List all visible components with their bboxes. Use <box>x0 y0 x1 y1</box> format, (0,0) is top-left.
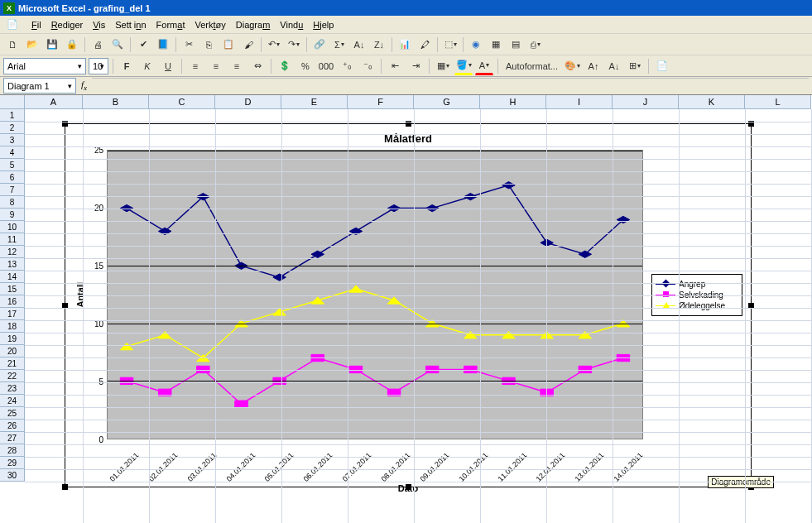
row-header[interactable]: 14 <box>0 271 25 283</box>
formula-input[interactable] <box>92 78 809 94</box>
redo-icon[interactable]: ↷ <box>285 36 303 54</box>
fill-color-icon[interactable]: 🪣 <box>454 57 473 75</box>
column-header[interactable]: B <box>83 95 149 109</box>
chart-wizard-icon[interactable]: 📊 <box>396 36 414 54</box>
help-icon[interactable]: ◉ <box>467 36 485 54</box>
row-header[interactable]: 6 <box>0 171 25 184</box>
row-header[interactable]: 17 <box>0 308 25 320</box>
cut-icon[interactable]: ✂ <box>180 36 198 54</box>
decrease-font-icon[interactable]: A↓ <box>605 57 623 75</box>
borders-icon[interactable]: ▦ <box>434 57 452 75</box>
row-header[interactable]: 21 <box>0 357 25 370</box>
spreadsheet-grid[interactable]: ABCDEFGHIJKL 123456789101112131415161718… <box>0 95 812 523</box>
percent-icon[interactable]: % <box>296 57 315 75</box>
chart-legend[interactable]: AngrepSelvskadingØdeleggelse <box>651 274 742 316</box>
row-header[interactable]: 24 <box>0 395 25 407</box>
column-header[interactable]: L <box>745 95 811 109</box>
italic-icon[interactable]: K <box>138 57 156 75</box>
row-header[interactable]: 2 <box>0 122 25 134</box>
column-header[interactable]: D <box>215 95 281 109</box>
misc2-icon[interactable]: ▤ <box>507 36 525 54</box>
column-header[interactable]: C <box>149 95 215 109</box>
row-header[interactable]: 16 <box>0 295 25 308</box>
column-header[interactable]: J <box>613 95 679 109</box>
menu-hjelp[interactable]: Hjelp <box>313 20 334 30</box>
autosum-icon[interactable]: Σ <box>330 36 348 54</box>
menu-vis[interactable]: Vis <box>93 20 105 30</box>
format-painter-icon[interactable]: 🖌 <box>239 36 257 54</box>
sort-asc-icon[interactable]: A↓ <box>350 36 368 54</box>
save-icon[interactable]: 💾 <box>43 36 61 54</box>
column-header[interactable]: I <box>546 95 613 109</box>
menu-diagram[interactable]: Diagram <box>236 20 271 30</box>
currency-icon[interactable]: 💲 <box>276 57 294 75</box>
decrease-indent-icon[interactable]: ⇤ <box>386 57 404 75</box>
row-header[interactable]: 27 <box>0 432 25 444</box>
row-header[interactable]: 9 <box>0 209 25 221</box>
underline-icon[interactable]: U <box>159 57 177 75</box>
column-header[interactable]: H <box>480 95 546 109</box>
decrease-decimal-icon[interactable]: ⁻₀ <box>358 57 377 75</box>
print-preview-icon[interactable]: 🔍 <box>108 36 127 54</box>
merge-center-icon[interactable]: ⇔ <box>248 57 267 75</box>
system-menu-icon[interactable]: 📄 <box>3 16 22 34</box>
comma-icon[interactable]: 000 <box>317 57 335 75</box>
plot-area[interactable] <box>107 150 643 439</box>
row-header[interactable]: 29 <box>0 457 25 469</box>
row-header[interactable]: 1 <box>0 109 25 122</box>
select-all-corner[interactable] <box>0 95 25 109</box>
column-header[interactable]: E <box>281 95 348 109</box>
menu-vindu[interactable]: Vindu <box>280 20 303 30</box>
font-size-combo[interactable]: 10 <box>89 58 108 74</box>
row-header[interactable]: 13 <box>0 258 25 271</box>
hyperlink-icon[interactable]: 🔗 <box>310 36 329 54</box>
spellcheck-icon[interactable]: ✔ <box>134 36 152 54</box>
row-header[interactable]: 18 <box>0 320 25 333</box>
menu-rediger[interactable]: Rediger <box>51 20 84 30</box>
drawing-icon[interactable]: 🖍 <box>416 36 434 54</box>
row-header[interactable]: 23 <box>0 382 25 395</box>
increase-decimal-icon[interactable]: ⁺₀ <box>338 57 356 75</box>
row-header[interactable]: 15 <box>0 283 25 295</box>
row-header[interactable]: 30 <box>0 469 25 482</box>
row-header[interactable]: 26 <box>0 420 25 432</box>
align-right-icon[interactable]: ≡ <box>228 57 246 75</box>
row-header[interactable]: 25 <box>0 407 25 420</box>
fx-icon[interactable]: fx <box>81 79 87 92</box>
row-header[interactable]: 11 <box>0 233 25 246</box>
legend-entry[interactable]: Selvskading <box>656 290 738 300</box>
misc4-icon[interactable]: 🎨 <box>564 57 582 75</box>
row-header[interactable]: 20 <box>0 345 25 357</box>
row-header[interactable]: 4 <box>0 146 25 159</box>
sort-desc-icon[interactable]: Z↓ <box>370 36 388 54</box>
legend-entry[interactable]: Angrep <box>656 280 738 289</box>
column-header[interactable]: G <box>414 95 480 109</box>
permissions-icon[interactable]: 🔒 <box>63 36 81 54</box>
increase-indent-icon[interactable]: ⇥ <box>406 57 425 75</box>
increase-font-icon[interactable]: A↑ <box>584 57 603 75</box>
print-icon[interactable]: 🖨 <box>89 36 107 54</box>
misc6-icon[interactable]: 📄 <box>653 57 671 75</box>
chart-object[interactable]: Målatferd Antall 0510152025 AngrepSelvsk… <box>65 123 752 487</box>
menu-fil[interactable]: Fil <box>31 20 41 30</box>
zoom-dropdown[interactable]: ⬚ <box>441 36 459 54</box>
row-header[interactable]: 3 <box>0 134 25 146</box>
misc3-icon[interactable]: ⎙ <box>526 36 545 54</box>
row-header[interactable]: 28 <box>0 444 25 457</box>
font-name-combo[interactable]: Arial <box>3 58 86 74</box>
paste-icon[interactable]: 📋 <box>219 36 238 54</box>
misc5-icon[interactable]: ⊞ <box>626 57 644 75</box>
column-header[interactable]: F <box>348 95 414 109</box>
row-header[interactable]: 7 <box>0 184 25 196</box>
research-icon[interactable]: 📘 <box>154 36 172 54</box>
row-header[interactable]: 8 <box>0 196 25 209</box>
bold-icon[interactable]: F <box>118 57 136 75</box>
row-header[interactable]: 12 <box>0 246 25 258</box>
column-header[interactable]: K <box>679 95 745 109</box>
undo-icon[interactable]: ↶ <box>265 36 283 54</box>
autoformat-button[interactable]: Autoformat... <box>502 61 561 71</box>
copy-icon[interactable]: ⎘ <box>199 36 218 54</box>
align-center-icon[interactable]: ≡ <box>207 57 225 75</box>
misc1-icon[interactable]: ▦ <box>487 36 505 54</box>
row-header[interactable]: 5 <box>0 159 25 171</box>
